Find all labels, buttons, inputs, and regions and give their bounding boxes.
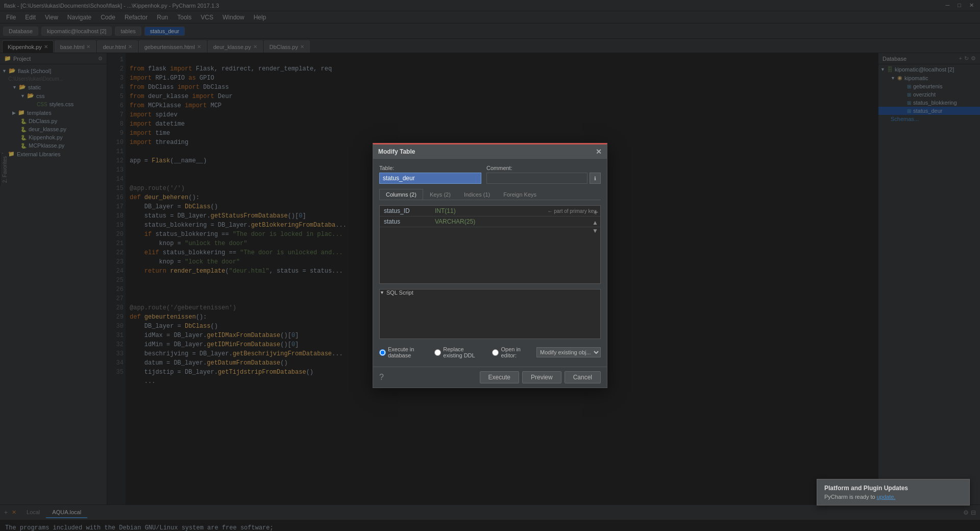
modal-title: Modify Table [378,148,415,155]
modal-comment-row: ℹ [486,173,601,184]
modal-body: Table: Comment: ℹ Columns (2) Keys (2) I… [373,159,607,367]
modal-col-type-1: INT(11) [435,207,547,214]
modal-help-button[interactable]: ? [379,373,384,382]
replace-option-label: Replace existing DDL [443,346,484,358]
modal-comment-label: Comment: [486,165,601,171]
notification-body: PyCharm is ready to update. [824,494,962,500]
modal-tabs: Columns (2) Keys (2) Indices (1) Foreign… [379,189,601,200]
sql-section-header[interactable]: ▼ SQL Script [380,289,600,296]
modal-table-input[interactable] [379,173,481,184]
modal-execute-button[interactable]: Execute [480,371,519,383]
open-editor-option[interactable]: Open in editor: [492,346,528,358]
notification-title: Platform and Plugin Updates [824,485,962,492]
modal-col-name-1: status_ID [384,207,435,214]
sql-script-label: SQL Script [386,289,413,296]
modal-comment-icon-btn[interactable]: ℹ [590,173,601,184]
modal-close-button[interactable]: ✕ [596,148,602,156]
add-row-button[interactable]: + [594,208,598,217]
modify-table-modal: Modify Table ✕ Table: Comment: ℹ [373,143,607,388]
move-down-icon[interactable]: ▼ [592,227,598,234]
modal-col-comment-1: ← part of primary key [547,208,596,214]
open-editor-select[interactable]: Modify existing obj... [536,347,601,357]
modal-tab-columns[interactable]: Columns (2) [379,189,423,200]
modal-tab-indices[interactable]: Indices (1) [457,189,497,200]
modal-table-comment-row: Table: Comment: ℹ [379,165,601,184]
sql-script-section: ▼ SQL Script [379,289,601,339]
modal-comment-input[interactable] [486,173,587,184]
modal-col-name-2: status [384,218,435,225]
row-reorder-controls: ▲ ▼ [592,219,598,234]
modal-btn-group: Execute Preview Cancel [480,371,601,383]
notification-popup: Platform and Plugin Updates PyCharm is r… [817,479,970,505]
modal-titlebar: Modify Table ✕ [373,144,607,159]
modal-comment-field: Comment: ℹ [486,165,601,184]
modal-table-label: Table: [379,165,481,171]
modal-options: Execute in database Replace existing DDL… [379,344,601,360]
modal-footer: ? Execute Preview Cancel [373,367,607,388]
sql-expand-icon: ▼ [380,290,384,295]
open-editor-radio[interactable] [492,349,499,356]
replace-option[interactable]: Replace existing DDL [434,346,484,358]
sql-script-content[interactable] [380,298,600,339]
execute-option[interactable]: Execute in database [379,346,426,358]
replace-radio[interactable] [434,349,441,356]
modal-col-row-1[interactable]: status_ID INT(11) ← part of primary key [380,206,600,216]
modal-col-type-2: VARCHAR(25) [435,218,596,225]
open-editor-option-label: Open in editor: [501,346,528,358]
modal-tab-keys[interactable]: Keys (2) [423,189,457,200]
modal-preview-button[interactable]: Preview [522,371,561,383]
modal-overlay: Modify Table ✕ Table: Comment: ℹ [0,0,980,531]
execute-option-label: Execute in database [388,346,426,358]
modal-col-row-2[interactable]: status VARCHAR(25) [380,216,600,227]
modal-tab-foreign-keys[interactable]: Foreign Keys [497,189,543,200]
move-up-icon[interactable]: ▲ [592,219,598,226]
notification-message: PyCharm is ready to [824,494,877,500]
modal-cancel-button[interactable]: Cancel [565,371,601,383]
modal-columns-table: status_ID INT(11) ← part of primary key … [379,205,601,284]
modal-table-field: Table: [379,165,481,184]
execute-radio[interactable] [379,349,386,356]
notification-link[interactable]: update. [877,494,896,500]
